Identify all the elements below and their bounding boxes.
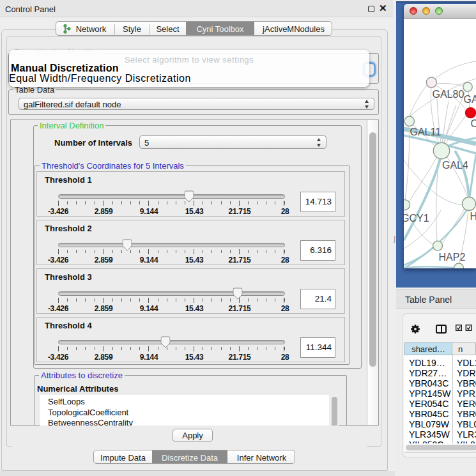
svg-text:GAL4: GAL4 [442,160,468,171]
svg-text:H: H [470,211,476,222]
svg-text:GAL11: GAL11 [410,127,441,137]
svg-text:C: C [471,118,476,129]
svg-text:HAP2: HAP2 [439,252,466,263]
svg-text:GCY1: GCY1 [404,213,429,224]
svg-text:GAL80: GAL80 [433,89,464,100]
svg-text:GAL: GAL [464,94,476,105]
